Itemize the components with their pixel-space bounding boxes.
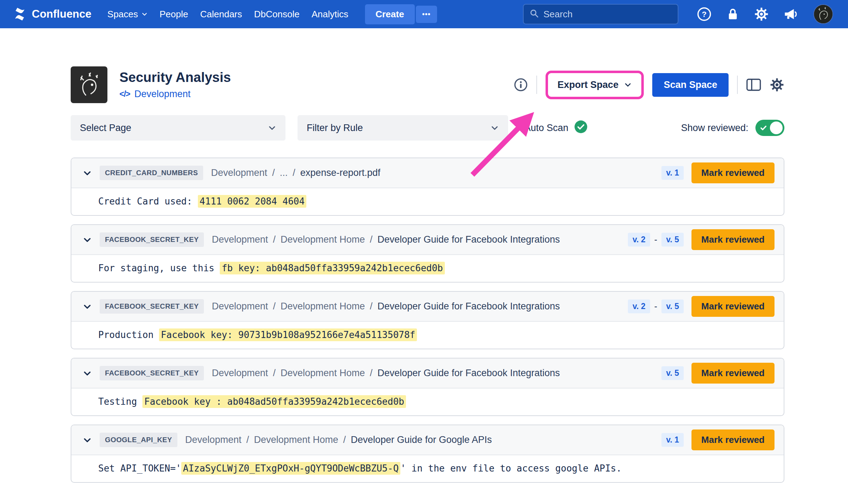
breadcrumb-item-current[interactable]: Developer Guide for Facebook Integration… — [377, 368, 560, 379]
finding-card: CREDIT_CARD_NUMBERS Development / ... / … — [71, 158, 784, 216]
code-icon: </> — [119, 89, 130, 99]
settings-gear-icon[interactable] — [770, 77, 784, 92]
findings-list: CREDIT_CARD_NUMBERS Development / ... / … — [71, 158, 784, 483]
breadcrumb-separator: / — [370, 368, 373, 379]
breadcrumb-item[interactable]: Development — [212, 234, 268, 245]
user-avatar[interactable] — [813, 4, 833, 24]
breadcrumb: Development / Development Home / Develop… — [185, 434, 492, 445]
megaphone-icon[interactable] — [784, 7, 799, 21]
breadcrumb-item[interactable]: ... — [280, 167, 288, 178]
breadcrumb-separator: / — [273, 234, 276, 245]
search-input[interactable] — [543, 9, 672, 20]
breadcrumb-separator: / — [273, 301, 276, 312]
snippet-highlight: Facebook key : ab048ad50ffa33959a242b1ec… — [142, 395, 406, 408]
breadcrumb: Development / Development Home / Develop… — [212, 234, 560, 245]
export-space-button[interactable]: Export Space — [550, 75, 640, 95]
finding-card: FACEBOOK_SECRET_KEY Development / Develo… — [71, 291, 784, 349]
chevron-down-icon — [268, 124, 276, 132]
info-icon[interactable] — [514, 78, 528, 92]
rule-tag: FACEBOOK_SECRET_KEY — [100, 299, 204, 314]
finding-header: GOOGLE_API_KEY Development / Development… — [71, 425, 784, 455]
create-button[interactable]: Create — [365, 4, 415, 24]
finding-snippet: Credit Card used: 4111 0062 2084 4604 — [71, 188, 784, 215]
mark-reviewed-button[interactable]: Mark reviewed — [691, 162, 775, 183]
snippet-prefix: Production — [98, 330, 159, 340]
mark-reviewed-button[interactable]: Mark reviewed — [691, 363, 775, 384]
finding-header: FACEBOOK_SECRET_KEY Development / Develo… — [71, 358, 784, 389]
scan-space-button[interactable]: Scan Space — [652, 73, 729, 97]
nav-item-calendars[interactable]: Calendars — [194, 9, 248, 20]
confluence-logo-icon — [13, 7, 27, 21]
finding-card: FACEBOOK_SECRET_KEY Development / Develo… — [71, 358, 784, 416]
search-icon — [529, 8, 539, 20]
finding-snippet: For staging, use this fb key: ab048ad50f… — [71, 255, 784, 282]
mark-reviewed-button[interactable]: Mark reviewed — [691, 229, 775, 250]
nav-item-spaces[interactable]: Spaces — [101, 9, 154, 20]
select-page-dropdown[interactable]: Select Page — [71, 115, 285, 141]
gear-icon[interactable] — [754, 7, 769, 22]
breadcrumb-item-current[interactable]: expense-report.pdf — [300, 167, 381, 178]
mark-reviewed-button[interactable]: Mark reviewed — [691, 296, 775, 317]
chevron-down-icon — [83, 369, 92, 378]
space-link[interactable]: Development — [134, 89, 190, 100]
panel-layout-icon[interactable] — [746, 78, 761, 91]
breadcrumb-item-current[interactable]: Developer Guide for Facebook Integration… — [377, 234, 560, 245]
version-chip[interactable]: v. 5 — [661, 366, 684, 380]
show-reviewed-toggle[interactable] — [755, 120, 784, 136]
chevron-down-icon — [490, 124, 499, 132]
nav-item-analytics[interactable]: Analytics — [306, 9, 354, 20]
mark-reviewed-button[interactable]: Mark reviewed — [691, 429, 775, 450]
finding-header: CREDIT_CARD_NUMBERS Development / ... / … — [71, 158, 784, 188]
snippet-highlight: Facebook key: 90731b9b108a952166e7e4a511… — [159, 328, 417, 341]
rule-tag: CREDIT_CARD_NUMBERS — [100, 166, 203, 180]
breadcrumb-separator: / — [273, 368, 276, 379]
breadcrumb-item[interactable]: Development Home — [281, 234, 365, 245]
lock-icon[interactable] — [726, 7, 739, 21]
collapse-caret-button[interactable] — [83, 235, 92, 244]
finding-header: FACEBOOK_SECRET_KEY Development / Develo… — [71, 292, 784, 322]
finding-card: GOOGLE_API_KEY Development / Development… — [71, 425, 784, 483]
breadcrumb-item-current[interactable]: Developer Guide for Facebook Integration… — [377, 301, 560, 312]
page-header: Security Analysis </> Development Export… — [71, 66, 784, 103]
breadcrumb-separator: / — [370, 234, 373, 245]
version-chips: v. 2 - v. 5 — [628, 300, 684, 313]
collapse-caret-button[interactable] — [83, 369, 92, 378]
breadcrumb-item[interactable]: Development — [185, 434, 241, 445]
finding-snippet: Production Facebook key: 90731b9b108a952… — [71, 322, 784, 349]
brand-label: Confluence — [32, 8, 92, 20]
breadcrumb-item[interactable]: Development — [211, 167, 267, 178]
help-icon[interactable]: ? — [697, 7, 712, 22]
rule-tag: FACEBOOK_SECRET_KEY — [100, 232, 204, 247]
confluence-brand[interactable]: Confluence — [13, 7, 92, 21]
version-chip[interactable]: v. 2 — [628, 300, 650, 313]
breadcrumb-item[interactable]: Development — [212, 301, 268, 312]
svg-text:?: ? — [702, 10, 707, 19]
breadcrumb-item-current[interactable]: Developer Guide for Google APIs — [351, 434, 492, 445]
chevron-down-icon — [624, 81, 632, 89]
breadcrumb-item[interactable]: Development Home — [254, 434, 338, 445]
version-chip[interactable]: v. 2 — [628, 233, 650, 247]
check-circle-icon — [574, 120, 588, 136]
collapse-caret-button[interactable] — [83, 168, 92, 178]
chevron-down-icon — [83, 235, 92, 244]
version-chip[interactable]: v. 5 — [661, 300, 684, 313]
breadcrumb-separator: / — [293, 167, 295, 178]
nav-item-dbconsole[interactable]: DbConsole — [248, 9, 306, 20]
collapse-caret-button[interactable] — [83, 435, 92, 445]
version-chip[interactable]: v. 1 — [661, 166, 684, 180]
breadcrumb-item[interactable]: Development Home — [281, 368, 365, 379]
breadcrumb-item[interactable]: Development Home — [281, 301, 365, 312]
page-title: Security Analysis — [119, 70, 231, 85]
more-actions-button[interactable]: ••• — [416, 6, 437, 23]
breadcrumb-item[interactable]: Development — [212, 368, 268, 379]
collapse-caret-button[interactable] — [83, 302, 92, 311]
filter-by-rule-dropdown[interactable]: Filter by Rule — [298, 115, 508, 141]
search-box[interactable] — [523, 4, 678, 24]
nav-item-people[interactable]: People — [154, 9, 194, 20]
divider — [737, 76, 738, 94]
toggle-check-icon — [759, 124, 768, 135]
version-chip[interactable]: v. 5 — [661, 233, 684, 247]
version-range-separator: - — [654, 235, 657, 245]
version-chip[interactable]: v. 1 — [661, 433, 684, 447]
version-chips: v. 2 - v. 5 — [628, 233, 684, 247]
